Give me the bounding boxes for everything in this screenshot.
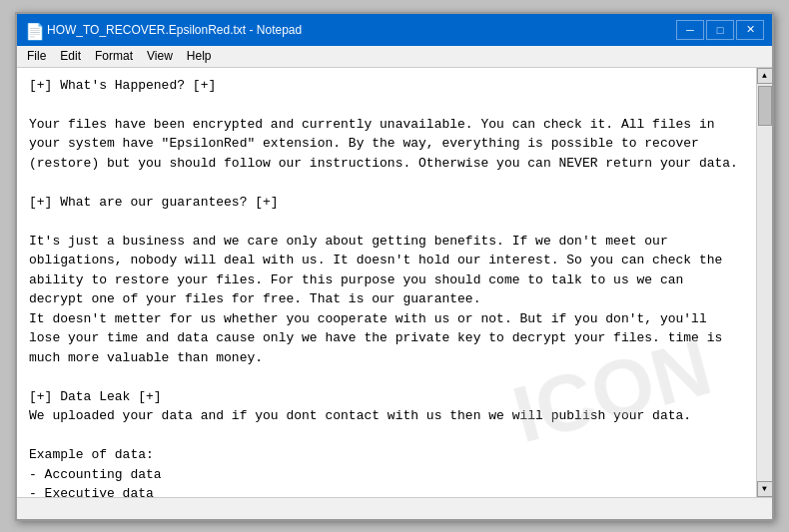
window-title: HOW_TO_RECOVER.EpsilonRed.txt - Notepad [47,23,302,37]
scroll-thumb[interactable] [758,86,772,126]
text-editor[interactable]: [+] What's Happened? [+] Your files have… [17,68,756,497]
content-area: [+] What's Happened? [+] Your files have… [17,68,772,497]
notepad-icon: 📄 [25,22,41,38]
scroll-up-arrow[interactable]: ▲ [757,68,773,84]
menu-file[interactable]: File [21,47,52,65]
status-bar [17,497,772,519]
menu-format[interactable]: Format [89,47,139,65]
scroll-down-arrow[interactable]: ▼ [757,481,773,497]
scrollbar[interactable]: ▲ ▼ [756,68,772,497]
menu-view[interactable]: View [141,47,179,65]
maximize-button[interactable]: □ [706,20,734,40]
menu-bar: File Edit Format View Help [17,46,772,68]
title-bar-left: 📄 HOW_TO_RECOVER.EpsilonRed.txt - Notepa… [25,22,302,38]
scroll-track[interactable] [757,84,772,481]
title-bar: 📄 HOW_TO_RECOVER.EpsilonRed.txt - Notepa… [17,14,772,46]
title-bar-buttons: ─ □ ✕ [676,20,764,40]
close-button[interactable]: ✕ [736,20,764,40]
minimize-button[interactable]: ─ [676,20,704,40]
menu-edit[interactable]: Edit [54,47,87,65]
menu-help[interactable]: Help [181,47,218,65]
notepad-window: 📄 HOW_TO_RECOVER.EpsilonRed.txt - Notepa… [15,12,774,521]
